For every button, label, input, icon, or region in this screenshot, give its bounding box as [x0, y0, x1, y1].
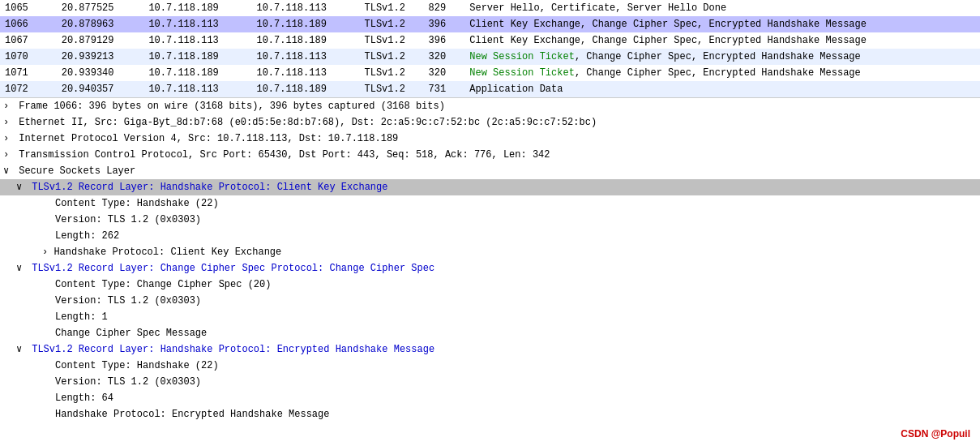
- packet-dst: 10.7.118.189: [251, 16, 359, 32]
- detail-row: › Ethernet II, Src: Giga-Byt_8d:b7:68 (e…: [0, 114, 980, 131]
- packet-list: 1065 20.877525 10.7.118.189 10.7.118.113…: [0, 0, 980, 97]
- packet-num: 1067: [0, 32, 57, 49]
- tls-field: Version: TLS 1.2 (0x0303): [0, 212, 980, 228]
- packet-num: 1065: [0, 0, 57, 16]
- tls-sub-expandable[interactable]: › Handshake Protocol: Client Key Exchang…: [0, 244, 980, 260]
- packet-num: 1066: [0, 16, 57, 32]
- tls-field: Content Type: Handshake (22): [0, 195, 980, 212]
- packet-proto: TLSv1.2: [359, 0, 423, 16]
- packet-dst: 10.7.118.189: [251, 32, 359, 49]
- tls-record-header[interactable]: ∨ TLSv1.2 Record Layer: Handshake Protoc…: [0, 179, 980, 195]
- packet-info: Client Key Exchange, Change Cipher Spec,…: [464, 32, 980, 49]
- tls-field: Content Type: Change Cipher Spec (20): [0, 277, 980, 293]
- packet-src: 10.7.118.113: [143, 16, 251, 32]
- packet-time: 20.879129: [57, 32, 144, 49]
- packet-time: 20.877525: [57, 0, 144, 16]
- detail-panel: › Frame 1066: 396 bytes on wire (3168 bi…: [0, 97, 980, 422]
- packet-proto: TLSv1.2: [359, 16, 423, 32]
- packet-info: Client Key Exchange, Change Cipher Spec,…: [464, 16, 980, 32]
- detail-row: › Transmission Control Protocol, Src Por…: [0, 147, 980, 163]
- packet-src: 10.7.118.113: [143, 81, 251, 97]
- packet-time: 20.878963: [57, 16, 144, 32]
- packet-length: 396: [424, 16, 465, 32]
- packet-table: 1065 20.877525 10.7.118.189 10.7.118.113…: [0, 0, 980, 97]
- detail-row: › Internet Protocol Version 4, Src: 10.7…: [0, 131, 980, 147]
- packet-info: New Session Ticket, Change Cipher Spec, …: [464, 49, 980, 65]
- packet-length: 320: [424, 49, 465, 65]
- tls-field: Change Cipher Spec Message: [0, 325, 980, 341]
- packet-proto: TLSv1.2: [359, 32, 423, 49]
- packet-proto: TLSv1.2: [359, 81, 423, 97]
- packet-num: 1072: [0, 81, 57, 97]
- packet-length: 320: [424, 65, 465, 81]
- tls-field: Length: 64: [0, 390, 980, 406]
- packet-src: 10.7.118.189: [143, 0, 251, 16]
- packet-src: 10.7.118.189: [143, 65, 251, 81]
- packet-num: 1070: [0, 49, 57, 65]
- watermark: CSDN @Popuil: [901, 428, 970, 440]
- packet-src: 10.7.118.189: [143, 49, 251, 65]
- packet-proto: TLSv1.2: [359, 65, 423, 81]
- packet-src: 10.7.118.113: [143, 32, 251, 49]
- packet-length: 829: [424, 0, 465, 16]
- tls-field: Version: TLS 1.2 (0x0303): [0, 293, 980, 309]
- packet-info: New Session Ticket, Change Cipher Spec, …: [464, 65, 980, 81]
- packet-time: 20.939340: [57, 65, 144, 81]
- packet-info: Application Data: [464, 81, 980, 97]
- packet-num: 1071: [0, 65, 57, 81]
- packet-length: 731: [424, 81, 465, 97]
- tls-field: Content Type: Handshake (22): [0, 358, 980, 374]
- packet-dst: 10.7.118.113: [251, 65, 359, 81]
- tls-field: Length: 1: [0, 309, 980, 325]
- tls-field: Handshake Protocol: Encrypted Handshake …: [0, 406, 980, 422]
- packet-time: 20.940357: [57, 81, 144, 97]
- tls-field: Length: 262: [0, 228, 980, 244]
- packet-proto: TLSv1.2: [359, 49, 423, 65]
- packet-dst: 10.7.118.113: [251, 0, 359, 16]
- detail-row: › Frame 1066: 396 bytes on wire (3168 bi…: [0, 98, 980, 114]
- packet-dst: 10.7.118.189: [251, 81, 359, 97]
- detail-row: ∨ Secure Sockets Layer: [0, 163, 980, 179]
- packet-dst: 10.7.118.113: [251, 49, 359, 65]
- packet-time: 20.939213: [57, 49, 144, 65]
- packet-info: Server Hello, Certificate, Server Hello …: [464, 0, 980, 16]
- tls-record-header[interactable]: ∨ TLSv1.2 Record Layer: Handshake Protoc…: [0, 341, 980, 358]
- tls-record-header[interactable]: ∨ TLSv1.2 Record Layer: Change Cipher Sp…: [0, 260, 980, 277]
- tls-field: Version: TLS 1.2 (0x0303): [0, 374, 980, 390]
- packet-length: 396: [424, 32, 465, 49]
